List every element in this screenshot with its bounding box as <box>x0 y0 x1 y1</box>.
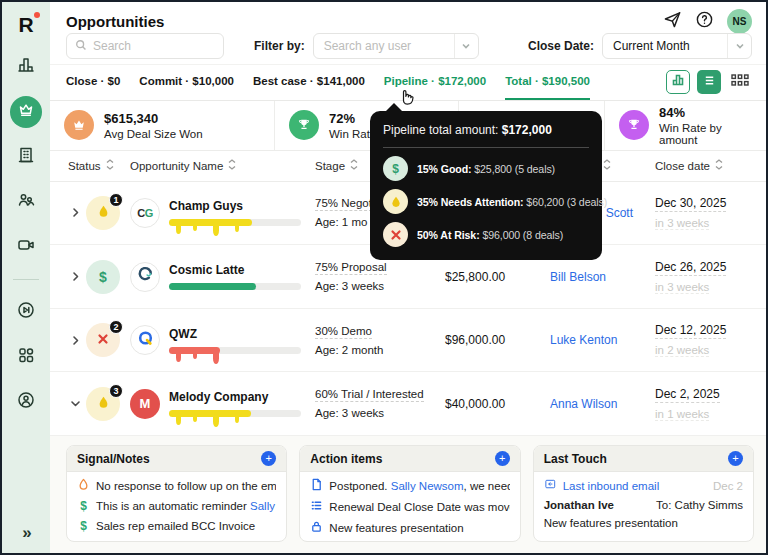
tab-total[interactable]: Total · $190,500 <box>505 65 590 100</box>
tooltip-title: Pipeline total amount: $172,000 <box>383 123 589 137</box>
owner-link[interactable]: Bill Belson <box>550 270 655 284</box>
owner-link[interactable]: Luke Kenton <box>550 333 655 347</box>
add-touch-button[interactable]: + <box>728 451 743 466</box>
tab-commit[interactable]: Commit · $10,000 <box>139 65 234 100</box>
drip-decoration <box>193 225 197 231</box>
list-view-button[interactable] <box>697 70 721 94</box>
chart-view-button[interactable] <box>666 70 690 94</box>
close-date-value[interactable]: Dec 12, 2025 <box>655 323 726 339</box>
table-row[interactable]: 2 QWZ 30% Demo Age: 2 mon <box>50 309 766 373</box>
status-badge: 2 <box>109 320 123 334</box>
sidebar-item-opportunities[interactable] <box>10 96 42 128</box>
close-date-value[interactable]: Dec 26, 2025 <box>655 260 726 276</box>
last-inbound-email-link[interactable]: Last inbound email <box>563 480 660 492</box>
dollar-icon: $ <box>383 156 408 181</box>
add-note-button[interactable]: + <box>261 451 276 466</box>
avatar[interactable]: NS <box>727 9 752 34</box>
search-box[interactable] <box>66 33 224 59</box>
expand-chevron-icon[interactable] <box>64 271 86 282</box>
column-header-status[interactable]: Status <box>64 159 130 172</box>
user-filter-dropdown[interactable]: Search any user <box>313 33 479 59</box>
sidebar-item-profile[interactable] <box>10 386 42 418</box>
list-item[interactable]: Renewal Deal Close Date was moved forw… <box>310 499 509 514</box>
stat-avg-deal-size: $615,340 Avg Deal Size Won <box>50 101 274 150</box>
close-date-value[interactable]: Dec 2, 2025 <box>655 387 720 403</box>
status-needs-attention-icon[interactable]: 3 <box>86 387 120 421</box>
sort-icon <box>350 159 358 172</box>
opportunity-name[interactable]: QWZ <box>169 327 301 341</box>
search-icon <box>75 37 87 55</box>
stage-value[interactable]: 75% Proposal <box>315 261 387 275</box>
drop-icon <box>98 395 109 413</box>
sidebar-item-analytics[interactable] <box>10 51 42 83</box>
close-date-cell: Dec 12, 2025 in 2 weeks <box>655 323 760 357</box>
sort-icon <box>106 159 114 172</box>
sidebar-item-contacts[interactable] <box>10 186 42 218</box>
sidebar-item-recordings[interactable] <box>10 296 42 328</box>
expand-chevron-icon[interactable] <box>64 335 86 346</box>
last-touch-date: Dec 2 <box>713 480 743 492</box>
email-subject: New features presentation <box>544 517 678 529</box>
opportunity-name[interactable]: Melody Company <box>169 390 301 404</box>
action-text: Renewal Deal Close Date was moved forw… <box>329 501 509 513</box>
list-item[interactable]: Postponed. Sally Newsom, we need to ma… <box>310 478 509 493</box>
board-grid-icon <box>731 73 749 91</box>
close-date-relative: in 3 weeks <box>655 281 709 294</box>
add-action-button[interactable]: + <box>495 451 510 466</box>
list-item[interactable]: No response to follow up on the email “R… <box>77 478 276 493</box>
tab-close[interactable]: Close · $0 <box>66 65 120 100</box>
collapse-chevron-icon[interactable] <box>64 398 86 409</box>
stage-value[interactable]: 60% Trial / Interested <box>315 388 424 402</box>
sidebar-item-accounts[interactable] <box>10 141 42 173</box>
owner-link[interactable]: Anna Wilson <box>550 397 655 411</box>
last-touch-panel: Last Touch + Last inbound email Dec 2 Jo… <box>533 445 754 542</box>
sidebar-item-apps[interactable] <box>10 341 42 373</box>
board-view-button[interactable] <box>728 70 752 94</box>
inbound-email-icon <box>544 478 557 493</box>
tooltip-divider <box>383 147 589 148</box>
list-item[interactable]: $ Sales rep emailed BCC Invoice <box>77 519 276 533</box>
status-needs-attention-icon[interactable]: 1 <box>86 196 120 230</box>
tooltip-row-needs-attention: 35% Needs Attention: $60,200 (3 deals) <box>383 189 589 214</box>
drip-decoration <box>213 225 219 236</box>
opportunity-name[interactable]: Cosmic Latte <box>169 263 301 277</box>
stage-value[interactable]: 30% Demo <box>315 325 372 339</box>
stat-label: Avg Deal Size Won <box>104 128 203 140</box>
action-items-panel: Action items + Postponed. Sally Newsom, … <box>299 445 520 542</box>
column-label: Close date <box>655 160 710 172</box>
close-date-dropdown[interactable]: Current Month <box>602 33 752 59</box>
stage-value[interactable]: 75% Negot <box>315 197 372 211</box>
cross-icon <box>97 331 109 349</box>
panel-title: Signal/Notes <box>77 452 150 466</box>
trophy-icon <box>619 110 649 140</box>
sidebar-nav <box>2 51 50 418</box>
drip-decoration <box>176 353 181 362</box>
company-logo: M <box>130 389 160 419</box>
status-good-icon[interactable]: $ <box>86 260 120 294</box>
tab-best-case[interactable]: Best case · $141,000 <box>253 65 365 100</box>
sender-name: Jonathan Ive <box>544 499 614 511</box>
search-input[interactable] <box>93 39 215 53</box>
opportunity-name[interactable]: Champ Guys <box>169 199 301 213</box>
column-header-name[interactable]: Opportunity Name <box>130 159 315 172</box>
stat-value: $615,340 <box>104 111 203 126</box>
logo-letter: C <box>137 207 144 219</box>
app-logo[interactable]: R <box>18 14 33 35</box>
table-row[interactable]: 3 M Melody Company 60% Trial / Intereste… <box>50 372 766 436</box>
close-date-value[interactable]: Dec 30, 2025 <box>655 196 726 212</box>
drip-decoration <box>213 416 219 427</box>
list-item[interactable]: $ This is an automatic reminder Sally Ne… <box>77 499 276 513</box>
list-item[interactable]: New features presentation <box>310 520 509 535</box>
sidebar-item-meetings[interactable] <box>10 231 42 263</box>
close-date-relative: in 1 weeks <box>655 408 709 421</box>
stage-age: Age: 2 month <box>315 344 383 356</box>
q-logo-icon <box>137 330 154 351</box>
status-at-risk-icon[interactable]: 2 <box>86 323 120 357</box>
column-header-close-date[interactable]: Close date <box>655 159 760 172</box>
expand-chevron-icon[interactable] <box>64 207 86 218</box>
close-date-value: Current Month <box>603 39 727 53</box>
help-icon[interactable] <box>695 10 714 33</box>
progress-fill <box>169 283 256 290</box>
rocket-icon[interactable] <box>663 10 682 33</box>
sidebar-expand-button[interactable]: » <box>22 523 29 543</box>
